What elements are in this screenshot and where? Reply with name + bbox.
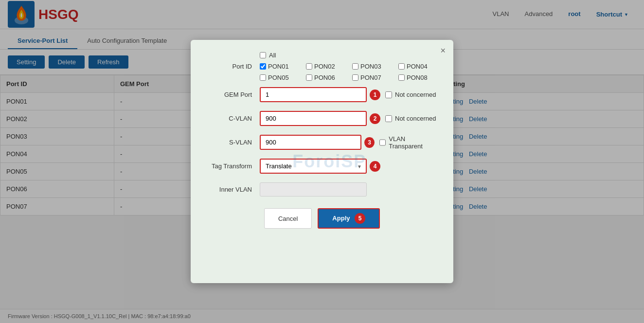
cvlan-not-concerned-checkbox[interactable]: [385, 115, 392, 122]
cvlan-row: C-VLAN 2 Not concerned: [206, 111, 438, 126]
pon03-label: PON03: [360, 63, 381, 70]
pon04-item: PON04: [398, 63, 445, 70]
pon04-checkbox[interactable]: [398, 63, 405, 70]
pon03-item: PON03: [352, 63, 398, 70]
pon06-item: PON06: [306, 74, 352, 81]
pon06-checkbox[interactable]: [306, 74, 312, 81]
svlan-row: S-VLAN 3 VLAN Transparent: [206, 135, 438, 150]
pon03-checkbox[interactable]: [352, 63, 358, 70]
all-checkbox-row: All: [260, 52, 445, 59]
pon07-item: PON07: [352, 74, 398, 81]
svlan-vlan-transparent-checkbox[interactable]: [379, 139, 386, 146]
pon-row-1: PON01 PON02 PON03 PON04: [260, 63, 445, 70]
svlan-vlan-transparent-label: VLAN Transparent: [379, 135, 438, 150]
modal-overlay: × Port ID All PON01 PON02: [0, 0, 644, 323]
tag-transform-select-wrapper: Translate Add Remove Replace: [260, 159, 367, 174]
pon07-checkbox[interactable]: [352, 74, 358, 81]
port-id-row: Port ID All PON01 PON02: [206, 52, 438, 81]
pon05-checkbox[interactable]: [260, 74, 266, 81]
pon05-item: PON05: [260, 74, 306, 81]
modal-close-button[interactable]: ×: [440, 46, 446, 56]
gem-not-concerned-label: Not concerned: [385, 91, 436, 98]
inner-vlan-label: Inner VLAN: [206, 186, 260, 193]
pon01-label: PON01: [268, 63, 289, 70]
cvlan-label: C-VLAN: [206, 115, 260, 122]
pon01-item: PON01: [260, 63, 306, 70]
svlan-step-badge: 3: [364, 137, 375, 148]
pon08-label: PON08: [407, 74, 428, 81]
port-id-label: Port ID: [206, 63, 260, 70]
tag-transform-step-badge: 4: [370, 161, 380, 172]
apply-button[interactable]: Apply 5: [318, 208, 380, 229]
port-checkboxes: All PON01 PON02 PON03: [260, 52, 445, 81]
gem-port-input[interactable]: [260, 87, 367, 102]
gem-port-step-badge: 1: [370, 90, 380, 100]
tag-transform-row: Tag Transform Translate Add Remove Repla…: [206, 159, 438, 174]
pon01-checkbox[interactable]: [260, 63, 266, 70]
gem-port-label: GEM Port: [206, 91, 260, 98]
pon04-label: PON04: [407, 63, 428, 70]
pon-row-2: PON05 PON06 PON07 PON08: [260, 74, 445, 81]
apply-step-badge: 5: [355, 213, 365, 224]
gem-not-concerned-checkbox[interactable]: [385, 91, 392, 98]
cvlan-step-badge: 2: [370, 113, 380, 124]
tag-transform-select[interactable]: Translate Add Remove Replace: [260, 159, 367, 174]
cvlan-input[interactable]: [260, 111, 367, 126]
cvlan-not-concerned-label: Not concerned: [385, 115, 436, 122]
pon05-label: PON05: [268, 74, 289, 81]
pon02-checkbox[interactable]: [306, 63, 312, 70]
svlan-label: S-VLAN: [206, 139, 260, 146]
gem-port-row: GEM Port 1 Not concerned: [206, 87, 438, 102]
tag-transform-label: Tag Transform: [206, 162, 260, 170]
pon08-item: PON08: [398, 74, 445, 81]
modal-footer: Cancel Apply 5: [206, 208, 438, 229]
svlan-input[interactable]: [260, 135, 361, 150]
all-checkbox[interactable]: [260, 52, 266, 58]
pon02-item: PON02: [306, 63, 352, 70]
pon02-label: PON02: [314, 63, 335, 70]
pon08-checkbox[interactable]: [398, 74, 405, 81]
pon07-label: PON07: [360, 74, 381, 81]
cancel-button[interactable]: Cancel: [264, 208, 312, 229]
inner-vlan-input[interactable]: [260, 182, 367, 197]
all-label: All: [269, 52, 276, 59]
inner-vlan-row: Inner VLAN: [206, 182, 438, 197]
modal: × Port ID All PON01 PON02: [191, 40, 453, 283]
pon06-label: PON06: [314, 74, 335, 81]
